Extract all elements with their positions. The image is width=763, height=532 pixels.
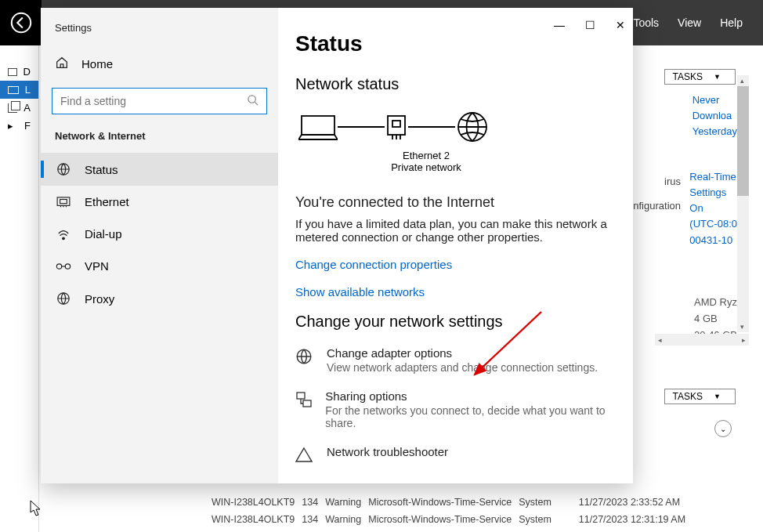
svg-point-0 <box>11 13 30 32</box>
settings-content: Status Network status Ethernet 2 Private… <box>278 8 633 483</box>
minimize-button[interactable]: — <box>554 19 565 31</box>
link-pid[interactable]: 00431-10 <box>689 233 737 248</box>
table-row[interactable]: WIN-I238L4OLKT9134WarningMicrosoft-Windo… <box>212 494 685 511</box>
sm-sidebar: D L A ▸F <box>0 45 39 532</box>
scrollbar-v[interactable]: ▴ ▾ <box>737 75 749 332</box>
back-button[interactable] <box>0 0 42 45</box>
vpn-icon <box>55 261 72 272</box>
link-never[interactable]: Never <box>692 92 737 108</box>
menu-help[interactable]: Help <box>720 16 743 29</box>
nav-ethernet[interactable]: Ethernet <box>41 186 278 218</box>
link-realtime[interactable]: Real-Time <box>689 169 737 185</box>
page-title: Status <box>295 31 617 56</box>
menu-tools[interactable]: Tools <box>633 16 659 29</box>
link-tz[interactable]: (UTC-08:0 <box>689 216 737 232</box>
home-button[interactable]: Home <box>41 34 278 88</box>
nav-dialup[interactable]: Dial-up <box>41 218 278 250</box>
opt-troubleshooter[interactable]: Network troubleshooter <box>295 445 617 465</box>
cursor-icon <box>30 500 42 517</box>
proxy-icon <box>55 291 72 306</box>
warning-icon <box>295 445 314 465</box>
svg-rect-15 <box>303 400 311 407</box>
link-conn-props[interactable]: Change connection properties <box>295 258 617 271</box>
window-controls: — ☐ ✕ <box>554 19 625 31</box>
svg-point-6 <box>56 263 61 268</box>
event-table: WIN-I238L4OLKT9134WarningMicrosoft-Windo… <box>212 494 685 528</box>
sm-labels: irus nfiguration <box>633 169 681 218</box>
close-button[interactable]: ✕ <box>616 19 625 31</box>
sm-nav-file[interactable]: ▸F <box>0 117 38 135</box>
scrollbar-h[interactable]: ◂▸ <box>655 334 749 346</box>
nav-vpn[interactable]: VPN <box>41 250 278 282</box>
link-show-networks[interactable]: Show available networks <box>295 285 617 299</box>
settings-window: — ☐ ✕ Settings Home Network & Internet S… <box>41 8 633 483</box>
settings-title: Settings <box>41 22 278 34</box>
link-settings[interactable]: Settings <box>689 185 737 201</box>
svg-rect-14 <box>297 393 305 399</box>
sm-links-2: Real-Time Settings On (UTC-08:0 00431-10 <box>689 169 737 248</box>
pc-icon <box>298 113 338 141</box>
svg-point-7 <box>65 263 70 268</box>
svg-rect-10 <box>388 116 405 135</box>
sm-nav-all[interactable]: A <box>0 99 38 117</box>
globe-icon <box>295 346 314 374</box>
globe-icon <box>455 110 490 143</box>
search-input[interactable] <box>52 88 267 114</box>
table-row[interactable]: WIN-I238L4OLKT9134WarningMicrosoft-Windo… <box>212 511 685 528</box>
svg-rect-3 <box>57 197 70 205</box>
opt-adapter[interactable]: Change adapter options View network adap… <box>295 346 617 374</box>
sm-nav-dashboard[interactable]: D <box>0 63 38 81</box>
link-yesterday[interactable]: Yesterday <box>692 124 737 139</box>
search-icon <box>247 94 259 108</box>
diagram-labels: Ethernet 2 Private network <box>383 150 469 173</box>
adapter-icon <box>385 113 408 141</box>
network-diagram <box>298 110 617 143</box>
link-on[interactable]: On <box>689 201 737 216</box>
connected-body: If you have a limited data plan, you can… <box>295 217 617 244</box>
section-header: Network & Internet <box>41 130 278 153</box>
home-icon <box>55 56 69 72</box>
tasks-button-1[interactable]: TASKS▼ <box>664 69 736 85</box>
change-settings-header: Change your network settings <box>295 313 617 331</box>
sm-nav-local[interactable]: L <box>0 81 38 99</box>
svg-point-1 <box>248 96 255 103</box>
ethernet-icon <box>55 197 72 208</box>
status-icon <box>55 162 72 176</box>
sharing-icon <box>295 389 313 429</box>
menu-view[interactable]: View <box>678 16 701 29</box>
section-title: Network status <box>295 75 617 93</box>
svg-rect-4 <box>60 199 67 203</box>
menu-bar: Tools View Help <box>633 16 763 29</box>
expand-button[interactable]: ⌄ <box>714 420 732 437</box>
opt-sharing[interactable]: Sharing options For the networks you con… <box>295 389 617 429</box>
search-field[interactable] <box>60 95 247 107</box>
link-download[interactable]: Downloa <box>692 108 737 124</box>
nav-status[interactable]: Status <box>41 153 278 186</box>
connected-header: You're connected to the Internet <box>295 192 617 212</box>
nav-proxy[interactable]: Proxy <box>41 282 278 315</box>
svg-rect-9 <box>302 116 334 135</box>
dialup-icon <box>55 228 72 241</box>
svg-point-5 <box>63 237 65 240</box>
settings-sidebar: Settings Home Network & Internet Status … <box>41 8 278 483</box>
sm-links-1: Never Downloa Yesterday <box>692 92 737 139</box>
svg-rect-11 <box>392 121 400 127</box>
tasks-button-2[interactable]: TASKS▼ <box>664 389 736 404</box>
maximize-button[interactable]: ☐ <box>585 19 595 31</box>
